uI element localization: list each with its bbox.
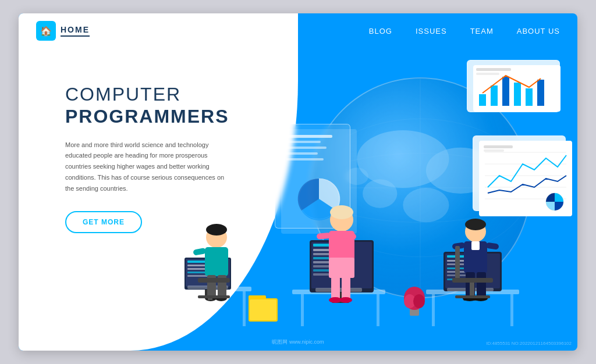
nav-about[interactable]: ABOUT US [517, 27, 560, 35]
svg-rect-85 [331, 277, 340, 300]
svg-point-109 [465, 219, 486, 230]
nav-links: BLOG ISSUES TEAM ABOUT US [369, 27, 560, 35]
watermark-site: 昵图网 www.nipic.com [272, 338, 324, 346]
svg-rect-15 [526, 88, 533, 106]
svg-point-49 [206, 224, 227, 235]
nav-team[interactable]: TEAM [470, 27, 494, 35]
svg-rect-51 [193, 248, 206, 256]
svg-rect-14 [514, 83, 521, 106]
people-scene [135, 176, 542, 351]
svg-point-80 [330, 205, 353, 219]
svg-rect-121 [470, 283, 474, 297]
svg-rect-57 [198, 278, 230, 283]
svg-rect-36 [170, 291, 173, 326]
nav-home-label: HOME [61, 25, 90, 37]
get-more-button[interactable]: GET MORE [65, 211, 142, 233]
svg-rect-64 [301, 294, 304, 326]
svg-rect-37 [243, 291, 246, 326]
svg-rect-20 [286, 135, 332, 138]
svg-rect-65 [377, 294, 379, 326]
svg-point-92 [413, 294, 425, 308]
svg-rect-83 [317, 233, 331, 240]
svg-rect-22 [286, 147, 327, 149]
svg-rect-94 [432, 294, 435, 326]
svg-rect-12 [491, 85, 498, 106]
page-container: 🏠 HOME BLOG ISSUES TEAM ABOUT US COMPUTE… [19, 13, 577, 351]
svg-rect-34 [484, 149, 504, 152]
svg-rect-45 [187, 272, 208, 273]
svg-rect-59 [198, 295, 230, 298]
svg-rect-11 [479, 94, 486, 106]
data-card-chart-top [467, 60, 560, 112]
svg-rect-82 [329, 258, 354, 278]
svg-rect-113 [485, 242, 499, 250]
navbar: 🏠 HOME BLOG ISSUES TEAM ABOUT US [19, 13, 577, 48]
svg-rect-17 [476, 68, 511, 71]
nav-blog[interactable]: BLOG [369, 27, 392, 35]
svg-rect-33 [484, 145, 513, 148]
svg-rect-16 [537, 80, 544, 106]
svg-rect-95 [510, 294, 513, 326]
svg-point-88 [339, 297, 352, 303]
home-icon: 🏠 [36, 21, 56, 41]
watermark-id: ID:4855531 NO:20220121164503396102 [486, 341, 572, 346]
nav-logo[interactable]: 🏠 HOME [36, 21, 90, 41]
svg-rect-13 [502, 77, 509, 106]
svg-rect-86 [342, 277, 350, 300]
svg-rect-119 [455, 246, 460, 281]
svg-rect-122 [455, 295, 490, 298]
hero-title-line1: COMPUTER [65, 83, 229, 105]
svg-rect-62 [250, 299, 276, 320]
hero-title-line2: PROGRAMMERS [65, 105, 229, 127]
svg-rect-24 [286, 158, 324, 160]
nav-issues[interactable]: ISSUES [416, 27, 447, 35]
svg-rect-111 [471, 241, 480, 250]
svg-rect-18 [476, 73, 499, 75]
svg-rect-23 [286, 152, 318, 155]
svg-rect-120 [452, 278, 493, 283]
svg-rect-21 [286, 141, 321, 143]
svg-rect-115 [477, 272, 486, 298]
